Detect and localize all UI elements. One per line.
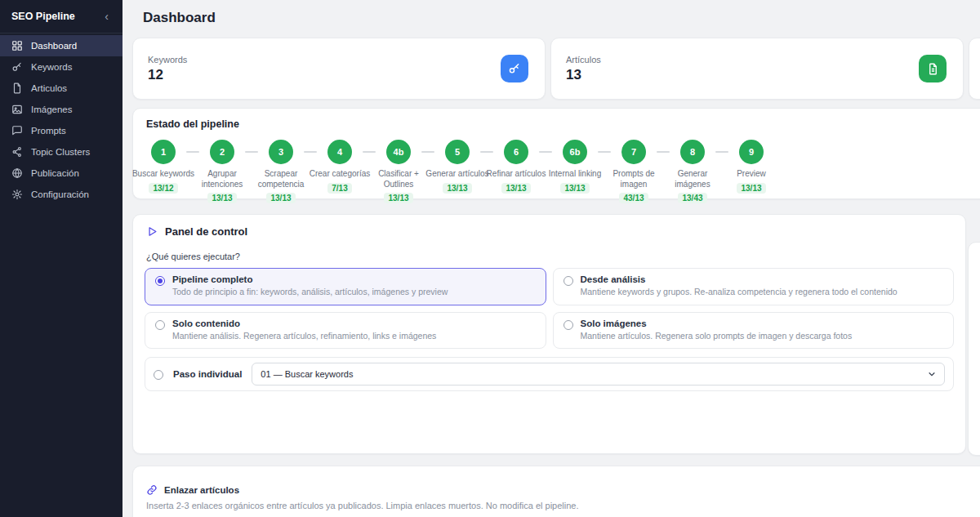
option-pipeline-completo[interactable]: Pipeline completo Todo de principio a fi… <box>145 268 546 305</box>
option-description: Mantiene keywords y grupos. Re-analiza c… <box>581 287 898 298</box>
radio-icon[interactable] <box>564 276 573 286</box>
option-solo-imagenes[interactable]: Solo imágenes Mantiene artículos. Regene… <box>553 312 955 350</box>
options-side-panel: Opciones Límite Todas Si Ne Fo Ig Ej so <box>968 242 980 456</box>
step-connector <box>245 151 258 153</box>
pipeline-step-1: 1 Buscar keywords 13/12 <box>140 140 186 194</box>
image-icon <box>11 104 23 115</box>
step-count-badge: 13/43 <box>678 193 706 203</box>
stat-card-keywords: Keywords 12 <box>132 38 546 100</box>
step-label: Scrapear competencia <box>248 169 314 189</box>
step-number-badge: 5 <box>445 140 470 164</box>
chat-bubble-icon <box>11 125 23 136</box>
sidebar-item-label: Topic Clusters <box>31 147 90 157</box>
control-panel-card: Panel de control ¿Qué quieres ejecutar? … <box>132 214 966 454</box>
sidebar-item-dashboard[interactable]: Dashboard <box>0 35 122 56</box>
document-icon <box>11 82 23 94</box>
sidebar-item-label: Imágenes <box>31 105 73 114</box>
link-articles-card[interactable]: Enlazar artículos Inserta 2-3 enlaces or… <box>132 466 980 517</box>
step-count-badge: 13/13 <box>384 193 412 203</box>
step-select[interactable]: 01 — Buscar keywords <box>252 363 945 386</box>
option-title: Desde análisis <box>581 274 898 284</box>
app-title: SEO Pipeline <box>11 11 75 22</box>
key-icon <box>501 55 528 82</box>
key-icon <box>11 61 23 73</box>
link-articles-title: Enlazar artículos <box>164 485 239 495</box>
option-paso-individual[interactable]: Paso individual 01 — Buscar keywords <box>145 357 954 391</box>
step-connector <box>186 151 199 153</box>
stat-card-imagenes: Imágenes 43 <box>969 38 980 100</box>
sidebar-item-configuracion[interactable]: Configuración <box>0 184 122 205</box>
option-description: Mantiene análisis. Regenera artículos, r… <box>172 331 436 342</box>
sidebar: SEO Pipeline ‹ Dashboard Keywords Articu… <box>0 0 122 517</box>
option-description: Todo de principio a fin: keywords, análi… <box>172 287 448 298</box>
radio-icon[interactable] <box>564 320 573 330</box>
sidebar-nav: Dashboard Keywords Articulos Imágenes Pr… <box>0 33 122 205</box>
pipeline-title: Estado del pipeline <box>133 109 980 130</box>
sidebar-item-label: Prompts <box>31 126 66 136</box>
step-count-badge: 13/13 <box>501 183 530 194</box>
sidebar-item-label: Configuración <box>31 189 89 199</box>
sidebar-header: SEO Pipeline ‹ <box>0 0 122 33</box>
pipeline-step-6: 6 Refinar artículos 13/13 <box>493 140 539 194</box>
sidebar-item-articulos[interactable]: Articulos <box>0 78 122 99</box>
pipeline-step-5: 5 Generar artículos 13/13 <box>434 140 480 194</box>
step-connector <box>480 151 493 153</box>
stat-value: 13 <box>566 67 601 83</box>
step-count-badge: 13/13 <box>737 183 765 194</box>
step-number-badge: 2 <box>210 140 234 164</box>
step-label: Internal linking <box>542 169 608 180</box>
sidebar-item-imagenes[interactable]: Imágenes <box>0 99 122 120</box>
step-count-badge: 13/13 <box>266 193 295 203</box>
pipeline-step-6b: 6b Internal linking 13/13 <box>552 140 598 194</box>
sidebar-item-keywords[interactable]: Keywords <box>0 56 122 78</box>
step-label: Agrupar intenciones <box>189 169 255 189</box>
pipeline-step-8: 8 Generar imágenes 13/43 <box>670 140 715 203</box>
step-count-badge: 7/13 <box>327 183 351 194</box>
single-step-label: Paso individual <box>173 369 242 379</box>
page-title: Dashboard <box>143 10 216 26</box>
radio-icon[interactable] <box>154 370 163 380</box>
step-number-badge: 4b <box>386 140 411 164</box>
option-desde-analisis[interactable]: Desde análisis Mantiene keywords y grupo… <box>553 268 955 305</box>
stat-label: Artículos <box>566 55 601 65</box>
pipeline-step-4b: 4b Clasificar + Outlines 13/13 <box>376 140 421 203</box>
option-solo-contenido[interactable]: Solo contenido Mantiene análisis. Regene… <box>145 312 546 350</box>
stats-row: Keywords 12 Artículos 13 Imágenes 43 <box>132 38 980 100</box>
step-number-badge: 9 <box>739 140 764 164</box>
step-select-value: 01 — Buscar keywords <box>261 369 353 379</box>
link-articles-description: Inserta 2-3 enlaces orgánicos entre artí… <box>146 501 980 510</box>
sidebar-collapse-icon[interactable]: ‹ <box>100 9 113 24</box>
step-number-badge: 7 <box>621 140 646 164</box>
radio-checked-icon[interactable] <box>155 276 165 286</box>
link-icon <box>146 484 158 496</box>
cluster-icon <box>11 146 23 158</box>
step-number-badge: 4 <box>327 140 352 164</box>
step-count-badge: 13/13 <box>207 193 236 203</box>
pipeline-step-4: 4 Crear categorías 7/13 <box>317 140 363 194</box>
step-label: Refinar artículos <box>483 169 549 180</box>
app-window: SEO Pipeline ‹ Dashboard Keywords Articu… <box>0 0 980 517</box>
step-connector <box>715 151 728 153</box>
sidebar-item-topic-clusters[interactable]: Topic Clusters <box>0 141 122 163</box>
sidebar-item-prompts[interactable]: Prompts <box>0 120 122 141</box>
play-icon <box>146 225 158 238</box>
run-options: Pipeline completo Todo de principio a fi… <box>133 268 965 349</box>
pipeline-step-7: 7 Prompts de imagen 43/13 <box>611 140 657 203</box>
step-label: Generar imágenes <box>660 169 725 189</box>
step-number-badge: 6b <box>563 140 587 164</box>
sidebar-item-label: Keywords <box>31 62 73 72</box>
radio-icon[interactable] <box>155 320 165 330</box>
chevron-down-icon <box>928 370 936 378</box>
sidebar-item-label: Dashboard <box>31 41 77 51</box>
pipeline-steps: 1 Buscar keywords 13/12 2 Agrupar intenc… <box>133 140 980 203</box>
step-connector <box>363 151 376 153</box>
pipeline-status-card: Estado del pipeline 1 Buscar keywords 13… <box>132 108 980 199</box>
sidebar-item-publicacion[interactable]: Publicación <box>0 163 122 184</box>
step-connector <box>539 151 552 153</box>
step-number-badge: 8 <box>680 140 705 164</box>
step-count-badge: 43/13 <box>619 193 648 203</box>
option-title: Solo imágenes <box>581 319 853 328</box>
globe-icon <box>11 167 23 179</box>
document-icon <box>919 55 947 82</box>
step-connector <box>421 151 434 153</box>
